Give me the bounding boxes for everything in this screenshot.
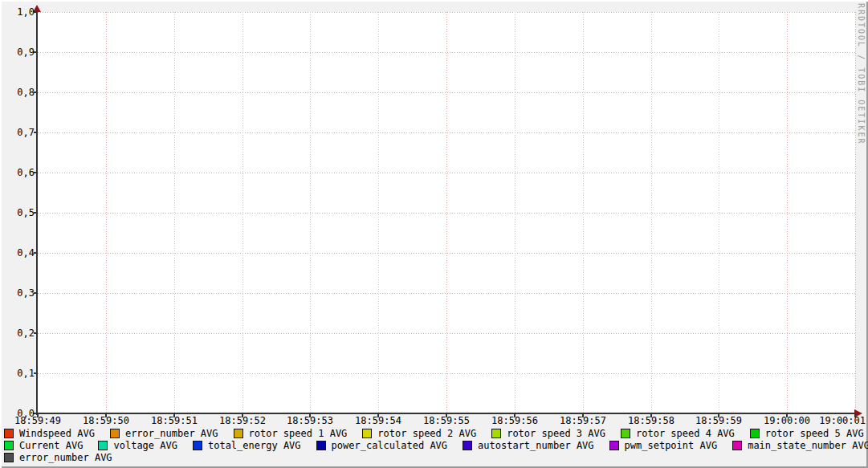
y-tick-label: 0,9 <box>2 47 35 57</box>
y-tick-label: 0,1 <box>2 368 35 378</box>
x-tick-label: 18:59:49 <box>14 416 61 425</box>
x-tick-label: 18:59:58 <box>628 416 674 425</box>
legend-label: error_number AVG <box>125 429 218 438</box>
legend-item: autostart_number AVG <box>463 441 594 450</box>
x-tick-label: 18:59:59 <box>695 416 742 425</box>
legend-row: error_number AVG <box>4 451 866 463</box>
gridline-vertical-major <box>855 12 856 413</box>
legend-label: rotor speed 1 AVG <box>249 429 348 438</box>
legend-item: Current AVG <box>4 441 83 450</box>
rrdtool-graph: 0,00,10,20,30,40,50,60,70,80,91,018:59:4… <box>0 0 868 468</box>
x-tick-label: 18:59:51 <box>151 416 198 425</box>
legend-swatch <box>732 441 742 450</box>
y-axis <box>36 6 38 415</box>
gridline-vertical <box>651 12 652 413</box>
legend-swatch <box>4 429 14 438</box>
legend-label: error_number AVG <box>19 453 112 462</box>
legend-swatch <box>193 441 202 450</box>
legend-swatch <box>362 429 372 438</box>
legend-swatch <box>98 441 108 450</box>
x-tick-label: 18:59:55 <box>423 416 470 425</box>
gridline-vertical <box>310 12 311 413</box>
legend-item: pwm_setpoint AVG <box>609 441 718 450</box>
legend-label: rotor speed 4 AVG <box>636 429 735 438</box>
legend-swatch <box>621 429 630 438</box>
x-tick-label: 19:00:00 <box>764 416 810 425</box>
legend-item: Windspeed AVG <box>4 429 95 438</box>
legend-row: Current AVGvoltage AVGtotal_energy AVGpo… <box>4 439 866 451</box>
x-tick-label: 18:59:50 <box>83 416 129 425</box>
legend-label: pwm_setpoint AVG <box>625 441 718 450</box>
legend-swatch <box>234 429 243 438</box>
gridline-vertical <box>378 12 379 413</box>
legend-label: power_calculated AVG <box>332 441 448 450</box>
gridline-vertical <box>515 12 516 413</box>
legend-label: total_energy AVG <box>208 441 301 450</box>
gridline-vertical-major <box>787 12 788 413</box>
legend-swatch <box>316 441 326 450</box>
legend-label: voltage AVG <box>113 441 177 450</box>
y-tick-label: 1,0 <box>2 7 35 17</box>
legend-label: autostart_number AVG <box>478 441 594 450</box>
legend-label: Current AVG <box>19 441 83 450</box>
legend-item: error_number AVG <box>110 429 218 438</box>
legend-label: main_state_number AVG <box>748 441 868 450</box>
x-tick-label: 18:59:53 <box>287 416 333 425</box>
gridline-vertical <box>583 12 584 413</box>
legend-item: total_energy AVG <box>193 441 301 450</box>
legend-swatch <box>750 429 760 438</box>
y-tick-label: 0,3 <box>2 288 35 298</box>
y-tick-label: 0,6 <box>2 168 35 177</box>
legend-item: rotor speed 2 AVG <box>362 429 476 438</box>
legend-row: Windspeed AVGerror_number AVGrotor speed… <box>4 427 866 439</box>
y-tick-label: 0,5 <box>2 208 35 218</box>
legend-swatch <box>110 429 120 438</box>
x-tick-label: 18:59:54 <box>355 416 401 425</box>
legend-item: power_calculated AVG <box>316 441 448 450</box>
x-tick-label: 19:00:01 <box>819 416 866 425</box>
legend-item: error_number AVG <box>4 453 112 462</box>
legend-swatch <box>4 441 14 450</box>
legend-item: rotor speed 3 AVG <box>491 429 605 438</box>
legend-item: rotor speed 1 AVG <box>234 429 348 438</box>
legend-label: Windspeed AVG <box>19 429 95 438</box>
gridline-vertical <box>242 12 243 413</box>
legend-item: main_state_number AVG <box>732 441 868 450</box>
legend-label: rotor speed 3 AVG <box>507 429 605 438</box>
gridline-vertical <box>174 12 175 413</box>
gridline-vertical-major <box>106 12 107 413</box>
watermark-text: RRDTOOL / TOBI OETIKER <box>857 3 866 144</box>
x-tick-label: 18:59:56 <box>491 416 538 425</box>
legend-swatch <box>491 429 501 438</box>
y-tick-label: 0,7 <box>2 128 35 137</box>
legend-swatch <box>463 441 472 450</box>
legend-item: rotor speed 5 AVG <box>750 429 864 438</box>
x-tick-label: 18:59:57 <box>560 416 606 425</box>
legend: Windspeed AVGerror_number AVGrotor speed… <box>4 427 866 463</box>
legend-item: rotor speed 4 AVG <box>621 429 735 438</box>
y-tick-label: 0,2 <box>2 328 35 338</box>
gridline-vertical <box>719 12 719 413</box>
legend-item: voltage AVG <box>98 441 177 450</box>
gridline-vertical-major <box>446 12 447 413</box>
y-tick-label: 0,8 <box>2 87 35 97</box>
x-tick-label: 18:59:52 <box>219 416 266 425</box>
legend-swatch <box>609 441 619 450</box>
legend-label: rotor speed 5 AVG <box>765 429 864 438</box>
legend-swatch <box>4 453 14 462</box>
y-tick-label: 0,4 <box>2 248 35 258</box>
legend-label: rotor speed 2 AVG <box>377 429 476 438</box>
